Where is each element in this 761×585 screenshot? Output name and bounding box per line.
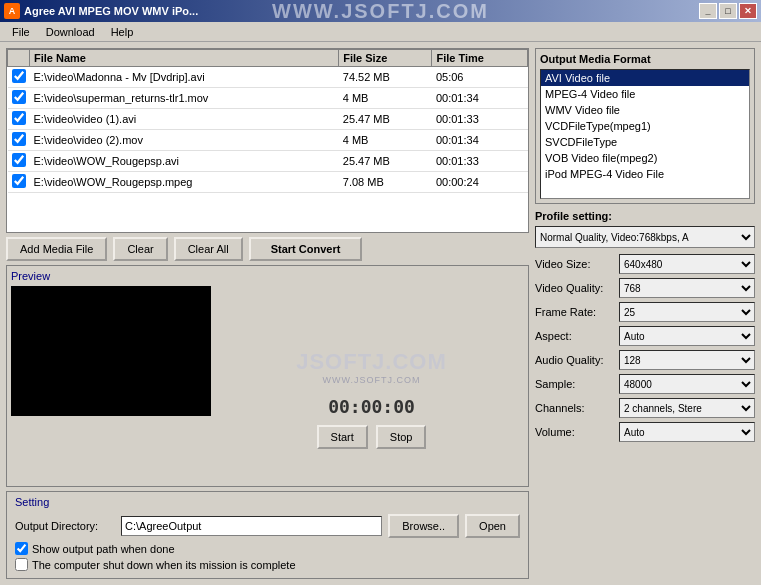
shutdown-label: The computer shut down when its mission … <box>32 559 296 571</box>
format-item[interactable]: SVCDFileType <box>541 134 749 150</box>
aspect-row: Aspect: Auto <box>535 326 755 346</box>
video-size-row: Video Size: 640x480 <box>535 254 755 274</box>
row-filesize: 74.52 MB <box>339 67 432 88</box>
open-button[interactable]: Open <box>465 514 520 538</box>
row-filesize: 4 MB <box>339 88 432 109</box>
row-filename: E:\video\superman_returns-tlr1.mov <box>30 88 339 109</box>
aspect-label: Aspect: <box>535 330 615 342</box>
row-filetime: 05:06 <box>432 67 528 88</box>
menu-help[interactable]: Help <box>103 24 142 40</box>
output-dir-input[interactable] <box>121 516 382 536</box>
title-buttons: _ □ ✕ <box>699 3 757 19</box>
sample-select[interactable]: 48000 <box>619 374 755 394</box>
video-quality-row: Video Quality: 768 <box>535 278 755 298</box>
video-quality-select[interactable]: 768 <box>619 278 755 298</box>
audio-quality-row: Audio Quality: 128 <box>535 350 755 370</box>
setting-section: Setting Output Directory: Browse.. Open … <box>6 491 529 579</box>
row-filename: E:\video\Madonna - Mv [Dvdrip].avi <box>30 67 339 88</box>
main-content: File Name File Size File Time E:\video\M… <box>0 42 761 585</box>
checkbox-row-2: The computer shut down when its mission … <box>15 558 520 571</box>
frame-rate-label: Frame Rate: <box>535 306 615 318</box>
format-list-wrapper: AVI Video fileMPEG-4 Video fileWMV Video… <box>540 69 750 199</box>
minimize-button[interactable]: _ <box>699 3 717 19</box>
format-item[interactable]: VCDFileType(mpeg1) <box>541 118 749 134</box>
menu-bar: File Download Help <box>0 22 761 42</box>
watermark-logo: JSOFTJ.COM WWW.JSOFTJ.COM <box>219 286 524 448</box>
channels-row: Channels: 2 channels, Stere <box>535 398 755 418</box>
audio-quality-select[interactable]: 128 <box>619 350 755 370</box>
preview-label: Preview <box>11 270 524 282</box>
output-dir-row: Output Directory: Browse.. Open <box>15 514 520 538</box>
video-size-select[interactable]: 640x480 <box>619 254 755 274</box>
browse-button[interactable]: Browse.. <box>388 514 459 538</box>
col-filetime: File Time <box>432 50 528 67</box>
format-list: AVI Video fileMPEG-4 Video fileWMV Video… <box>541 70 749 182</box>
table-row[interactable]: E:\video\WOW_Rougepsp.mpeg 7.08 MB 00:00… <box>8 172 528 193</box>
row-checkbox[interactable] <box>12 153 26 167</box>
add-media-button[interactable]: Add Media File <box>6 237 107 261</box>
row-filetime: 00:01:33 <box>432 109 528 130</box>
table-row[interactable]: E:\video\video (1).avi 25.47 MB 00:01:33 <box>8 109 528 130</box>
table-row[interactable]: E:\video\superman_returns-tlr1.mov 4 MB … <box>8 88 528 109</box>
format-item[interactable]: MPEG-4 Video file <box>541 86 749 102</box>
channels-select[interactable]: 2 channels, Stere <box>619 398 755 418</box>
start-convert-button[interactable]: Start Convert <box>249 237 363 261</box>
preview-section: Preview JSOFTJ.COM WWW.JSOFTJ.COM 00:00:… <box>6 265 529 487</box>
volume-row: Volume: Auto <box>535 422 755 442</box>
menu-file[interactable]: File <box>4 24 38 40</box>
row-filename: E:\video\video (1).avi <box>30 109 339 130</box>
close-button[interactable]: ✕ <box>739 3 757 19</box>
table-row[interactable]: E:\video\Madonna - Mv [Dvdrip].avi 74.52… <box>8 67 528 88</box>
video-quality-label: Video Quality: <box>535 282 615 294</box>
sample-label: Sample: <box>535 378 615 390</box>
setting-label: Setting <box>15 496 520 508</box>
title-watermark: WWW.JSOFTJ.COM <box>272 0 489 23</box>
channels-label: Channels: <box>535 402 615 414</box>
button-row: Add Media File Clear Clear All Start Con… <box>6 237 529 261</box>
table-row[interactable]: E:\video\video (2).mov 4 MB 00:01:34 <box>8 130 528 151</box>
menu-download[interactable]: Download <box>38 24 103 40</box>
clear-all-button[interactable]: Clear All <box>174 237 243 261</box>
row-filename: E:\video\video (2).mov <box>30 130 339 151</box>
logo-sub-text: WWW.JSOFTJ.COM <box>323 375 421 385</box>
show-output-checkbox[interactable] <box>15 542 28 555</box>
format-item[interactable]: AVI Video file <box>541 70 749 86</box>
format-item[interactable]: VOB Video file(mpeg2) <box>541 150 749 166</box>
format-item[interactable]: WMV Video file <box>541 102 749 118</box>
maximize-button[interactable]: □ <box>719 3 737 19</box>
row-filetime: 00:01:33 <box>432 151 528 172</box>
row-checkbox[interactable] <box>12 90 26 104</box>
settings-grid: Video Size: 640x480 Video Quality: 768 F… <box>535 254 755 442</box>
right-panel: Output Media Format AVI Video fileMPEG-4… <box>535 48 755 579</box>
file-table: File Name File Size File Time E:\video\M… <box>7 49 528 193</box>
shutdown-checkbox[interactable] <box>15 558 28 571</box>
preview-content: JSOFTJ.COM WWW.JSOFTJ.COM 00:00:00 Start… <box>11 286 524 478</box>
frame-rate-select[interactable]: 25 <box>619 302 755 322</box>
preview-video <box>11 286 211 416</box>
left-panel: File Name File Size File Time E:\video\M… <box>6 48 529 579</box>
row-checkbox[interactable] <box>12 132 26 146</box>
profile-label: Profile setting: <box>535 210 755 222</box>
file-table-container: File Name File Size File Time E:\video\M… <box>6 48 529 233</box>
row-checkbox[interactable] <box>12 111 26 125</box>
show-output-label: Show output path when done <box>32 543 175 555</box>
format-item[interactable]: iPod MPEG-4 Video File <box>541 166 749 182</box>
clear-button[interactable]: Clear <box>113 237 167 261</box>
title-bar: A Agree AVI MPEG MOV WMV iPo... WWW.JSOF… <box>0 0 761 22</box>
aspect-select[interactable]: Auto <box>619 326 755 346</box>
row-checkbox[interactable] <box>12 69 26 83</box>
app-icon: A <box>4 3 20 19</box>
sample-row: Sample: 48000 <box>535 374 755 394</box>
row-checkbox[interactable] <box>12 174 26 188</box>
volume-select[interactable]: Auto <box>619 422 755 442</box>
checkbox-row-1: Show output path when done <box>15 542 520 555</box>
row-filetime: 00:00:24 <box>432 172 528 193</box>
col-check <box>8 50 30 67</box>
profile-select[interactable]: Normal Quality, Video:768kbps, A <box>535 226 755 248</box>
row-filename: E:\video\WOW_Rougepsp.mpeg <box>30 172 339 193</box>
frame-rate-row: Frame Rate: 25 <box>535 302 755 322</box>
row-filetime: 00:01:34 <box>432 88 528 109</box>
output-format-title: Output Media Format <box>540 53 750 65</box>
table-row[interactable]: E:\video\WOW_Rougepsp.avi 25.47 MB 00:01… <box>8 151 528 172</box>
row-filename: E:\video\WOW_Rougepsp.avi <box>30 151 339 172</box>
